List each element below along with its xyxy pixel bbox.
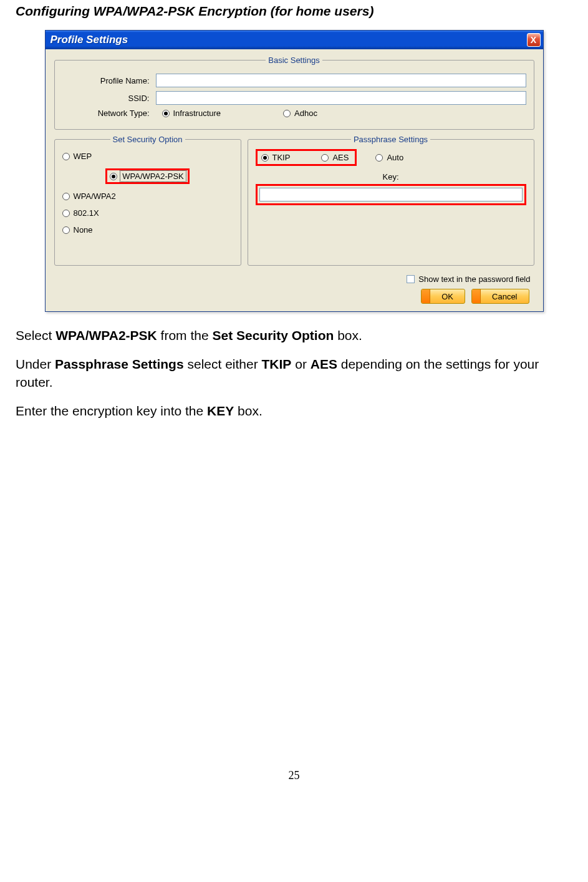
radio-label: AES [332,153,349,162]
text-bold: Passphrase Settings [55,357,184,371]
button-accent-icon [472,289,481,303]
radio-label: WPA/WPA2-PSK [121,172,185,181]
ssid-label: SSID: [62,94,156,103]
radio-icon [162,110,170,117]
security-8021x[interactable]: 802.1X [62,208,233,218]
text: box. [334,328,362,342]
text: box. [234,404,263,418]
radio-icon [62,226,70,234]
security-none[interactable]: None [62,225,233,235]
basic-settings-group: Basic Settings Profile Name: SSID: Netwo… [54,56,534,130]
radio-icon [62,210,70,217]
page-heading: Configuring WPA/WPA2-PSK Encryption (for… [16,4,572,19]
button-label: OK [430,292,465,301]
instructions-block: Select WPA/WPA2-PSK from the Set Securit… [16,327,572,420]
radio-icon [283,110,291,117]
radio-icon [62,193,70,200]
key-input[interactable] [259,188,523,201]
text-bold: Set Security Option [212,328,334,342]
network-type-infrastructure[interactable]: Infrastructure [162,109,221,118]
text-bold: AES [311,357,337,371]
text: Enter the encryption key into the [16,404,207,418]
radio-icon [321,154,329,162]
passphrase-settings-group: Passphrase Settings TKIP AES [248,135,534,266]
passphrase-auto[interactable]: Auto [375,153,403,162]
radio-label: TKIP [272,153,291,162]
instruction-line: Under Passphrase Settings select either … [16,356,572,391]
radio-icon [261,154,269,162]
radio-label: Adhoc [294,109,317,118]
text: from the [157,328,213,342]
instruction-line: Select WPA/WPA2-PSK from the Set Securit… [16,327,572,344]
radio-label: WEP [74,152,92,161]
show-password-checkbox[interactable] [407,275,415,283]
security-wpa[interactable]: WPA/WPA2 [62,191,233,201]
security-wep[interactable]: WEP [62,152,233,161]
radio-label: None [74,225,93,235]
text: Select [16,328,55,342]
security-option-group: Set Security Option WEP WPA/WPA2 [54,135,241,266]
show-password-label: Show text in the password field [418,274,530,284]
radio-icon [110,173,117,180]
text-bold: WPA/WPA2-PSK [55,328,157,342]
key-label: Key: [256,172,526,182]
button-accent-icon [422,289,430,303]
security-option-legend: Set Security Option [110,135,185,144]
radio-label: Auto [387,153,403,162]
profile-settings-dialog: Profile Settings X Basic Settings Profil… [45,30,544,312]
radio-icon [62,153,70,160]
passphrase-aes[interactable]: AES [321,153,349,162]
ok-button[interactable]: OK [421,289,465,304]
profile-name-input[interactable] [156,74,526,87]
passphrase-tkip[interactable]: TKIP [261,153,291,162]
radio-label: Infrastructure [173,109,221,118]
titlebar: Profile Settings X [46,31,543,49]
text-bold: TKIP [262,357,292,371]
window-title: Profile Settings [51,34,128,46]
text-bold: KEY [207,404,234,418]
security-wpa-psk[interactable]: WPA/WPA2-PSK [110,172,185,181]
radio-label: WPA/WPA2 [74,191,116,201]
button-label: Cancel [481,292,528,301]
close-icon[interactable]: X [527,33,541,47]
page-number: 25 [16,769,572,795]
text: select either [184,357,262,371]
radio-icon [375,154,383,162]
basic-settings-legend: Basic Settings [266,56,322,65]
profile-name-label: Profile Name: [62,76,156,85]
instruction-line: Enter the encryption key into the KEY bo… [16,402,572,420]
cancel-button[interactable]: Cancel [471,289,529,304]
ssid-input[interactable] [156,91,526,105]
network-type-label: Network Type: [62,109,156,118]
radio-label: 802.1X [74,208,99,218]
network-type-adhoc[interactable]: Adhoc [283,109,317,118]
text: Under [16,357,55,371]
passphrase-settings-legend: Passphrase Settings [351,135,430,144]
text: or [291,357,310,371]
